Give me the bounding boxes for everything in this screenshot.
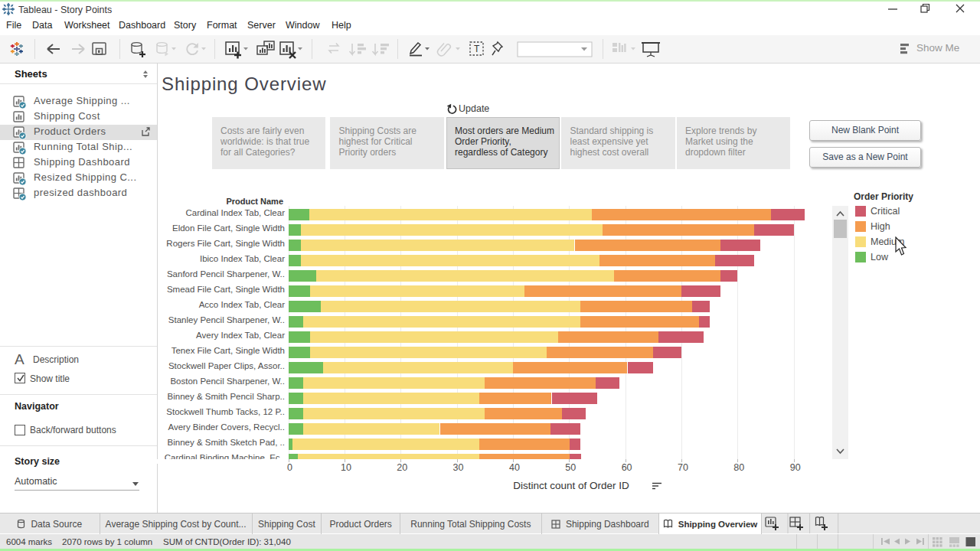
svg-text:T: T xyxy=(474,44,480,54)
